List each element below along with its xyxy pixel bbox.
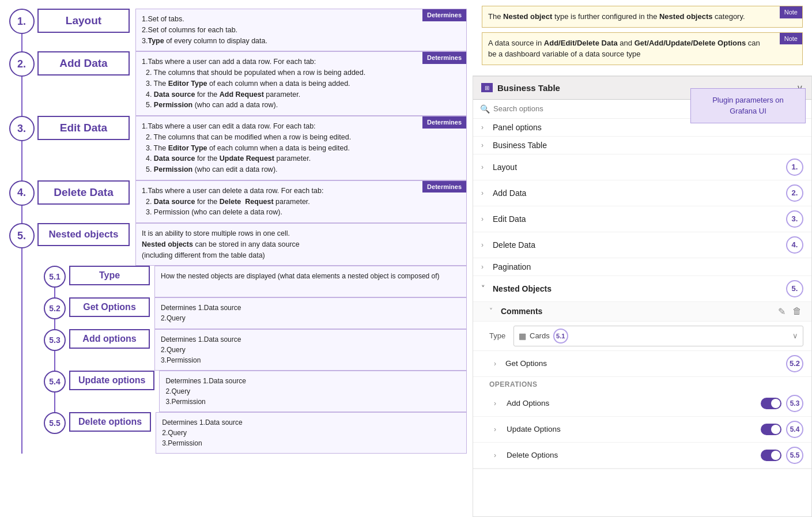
tree-pagination[interactable]: › Pagination (473, 258, 811, 276)
sub-step-5-5-row: 5.5 Delete options Determines 1.Data sou… (40, 412, 467, 454)
nested-rows: 5.1 Type How the nested objects are disp… (37, 266, 467, 454)
sub-5-4-desc: Determines 1.Data source2.Query3.Permiss… (159, 371, 467, 412)
table-icon: ⊞ (481, 83, 493, 92)
cards-icon: ▦ (519, 331, 526, 341)
tree-delete-data-badge: 4. (786, 236, 803, 254)
delete-options-row: › Delete Options 5.5 (473, 443, 811, 469)
tree-add-data[interactable]: › Add Data 2. (473, 180, 811, 206)
step-4-desc: Determines 1.Tabs where a user can delet… (135, 180, 467, 223)
left-panel: 1. Layout Determines 1.Set of tabs.2.Set… (0, 0, 473, 517)
sub-5-5-box: Delete options (69, 412, 151, 432)
type-dropdown[interactable]: ▦ Cards 5.1 ∨ (513, 326, 803, 346)
step-5-number-col: 5. (6, 223, 37, 266)
step-5-line (21, 248, 22, 266)
tree-layout-badge: 1. (786, 159, 803, 176)
step-2-box: Add Data (37, 51, 130, 76)
step-4-line (21, 206, 22, 223)
step-3-circle: 3. (9, 116, 35, 141)
operations-label: Operations (473, 377, 811, 391)
step-1-line (21, 34, 22, 51)
step-4-circle: 4. (9, 180, 35, 206)
sub-5-2-desc: Determines 1.Data source2.Query (154, 297, 467, 329)
delete-button[interactable]: 🗑 (791, 306, 803, 316)
note-2-tag: Note (780, 33, 802, 45)
sub-5-4-circle: 5.4 (44, 371, 66, 393)
add-options-row: › Add Options 5.3 (473, 391, 811, 417)
options-panel: Plugin parameters on Grafana UI ⊞ Busine… (473, 76, 812, 518)
comments-label: Comments (501, 307, 773, 316)
step-2-circle: 2. (9, 51, 35, 77)
step-2-desc: Determines 1.Tabs where a user can add a… (135, 51, 467, 116)
sub-5-3-desc: Determines 1.Data source2.Query3.Permiss… (154, 329, 467, 371)
sub-5-3-line (54, 351, 55, 371)
get-options-label: Get Options (505, 359, 783, 368)
step-2-number-col: 2. (6, 51, 37, 116)
step-4-row: 4. Delete Data Determines 1.Tabs where a… (6, 180, 467, 223)
tree-add-data-badge: 2. (786, 184, 803, 202)
update-options-toggle[interactable] (761, 424, 781, 435)
sub-5-2-col: 5.2 (40, 297, 69, 329)
tree-edit-data[interactable]: › Edit Data 3. (473, 206, 811, 232)
step-1-determines: Determines (422, 9, 466, 21)
sub-5-4-line (54, 393, 55, 412)
sub-5-4-box: Update options (69, 371, 154, 390)
sub-5-2-determines: Determines (161, 304, 196, 312)
sub-5-5-determines: Determines (162, 418, 197, 427)
delete-options-badge: 5.5 (786, 447, 803, 464)
nested-objects-section: ˅ Nested Objects 5. ˅ Comments ✎ 🗑 Type … (473, 276, 811, 469)
sub-5-5-desc: Determines 1.Data source2.Query3.Permiss… (156, 412, 467, 454)
tree-nested-objects[interactable]: ˅ Nested Objects 5. (473, 276, 811, 302)
step-5-box: Nested objects (37, 223, 130, 246)
sub-5-3-determines: Determines (161, 335, 196, 344)
plugin-hint: Plugin parameters on Grafana UI (690, 88, 806, 123)
get-options-badge: 5.2 (786, 355, 803, 372)
sub-5-1-line (54, 288, 55, 297)
type-row: Type ▦ Cards 5.1 ∨ (473, 322, 811, 351)
sub-step-5-1-row: 5.1 Type How the nested objects are disp… (40, 266, 467, 297)
sub-5-3-circle: 5.3 (44, 329, 66, 351)
step-1-row: 1. Layout Determines 1.Set of tabs.2.Set… (6, 9, 467, 51)
type-value: Cards (530, 331, 550, 340)
step-2-row: 2. Add Data Determines 1.Tabs where a us… (6, 51, 467, 116)
sub-5-1-circle: 5.1 (44, 266, 66, 288)
sub-5-1-box: Type (69, 266, 150, 285)
sub-5-2-line (54, 319, 55, 329)
step-2-determines: Determines (422, 52, 466, 64)
add-options-toggle[interactable] (761, 398, 781, 409)
sub-5-1-col: 5.1 (40, 266, 69, 297)
update-options-label: Update Options (507, 425, 756, 433)
tree-delete-data[interactable]: › Delete Data 4. (473, 232, 811, 258)
note-1: Note The Nested object type is further c… (482, 6, 803, 28)
flow-diagram: 1. Layout Determines 1.Set of tabs.2.Set… (6, 6, 467, 456)
type-badge: 5.1 (553, 329, 568, 344)
search-icon: 🔍 (480, 104, 490, 114)
type-label: Type (489, 331, 510, 340)
type-chevron[interactable]: ∨ (792, 331, 798, 340)
sub-5-5-circle: 5.5 (44, 412, 66, 434)
sub-5-2-circle: 5.2 (44, 297, 66, 319)
step-1-box: Layout (37, 9, 130, 33)
step-2-line (21, 77, 22, 116)
step-5-desc: It is an ability to store multiple rows … (135, 223, 467, 266)
nested-left-col (6, 266, 37, 454)
step-3-box: Edit Data (37, 116, 130, 140)
step-1-number-col: 1. (6, 9, 37, 51)
add-options-badge: 5.3 (786, 395, 803, 412)
nested-sub-section: 5.1 Type How the nested objects are disp… (6, 266, 467, 454)
step-1-circle: 1. (9, 9, 35, 34)
step-4-determines: Determines (422, 181, 466, 193)
sub-5-3-col: 5.3 (40, 329, 69, 371)
delete-options-toggle[interactable] (761, 450, 781, 461)
edit-button[interactable]: ✎ (776, 306, 787, 317)
sub-step-5-2-row: 5.2 Get Options Determines 1.Data source… (40, 297, 467, 329)
sub-step-5-4-row: 5.4 Update options Determines 1.Data sou… (40, 371, 467, 412)
update-options-row: › Update Options 5.4 (473, 417, 811, 443)
tree-business-table[interactable]: › Business Table (473, 137, 811, 154)
sub-5-4-col: 5.4 (40, 371, 69, 412)
tree-nested-badge: 5. (786, 280, 803, 297)
tree-layout[interactable]: › Layout 1. (473, 154, 811, 180)
sub-5-1-desc: How the nested objects are displayed (wh… (154, 266, 467, 297)
step-3-desc: Determines 1.Tabs where a user can edit … (135, 116, 467, 180)
step-3-line (21, 141, 22, 180)
step-4-number-col: 4. (6, 180, 37, 223)
